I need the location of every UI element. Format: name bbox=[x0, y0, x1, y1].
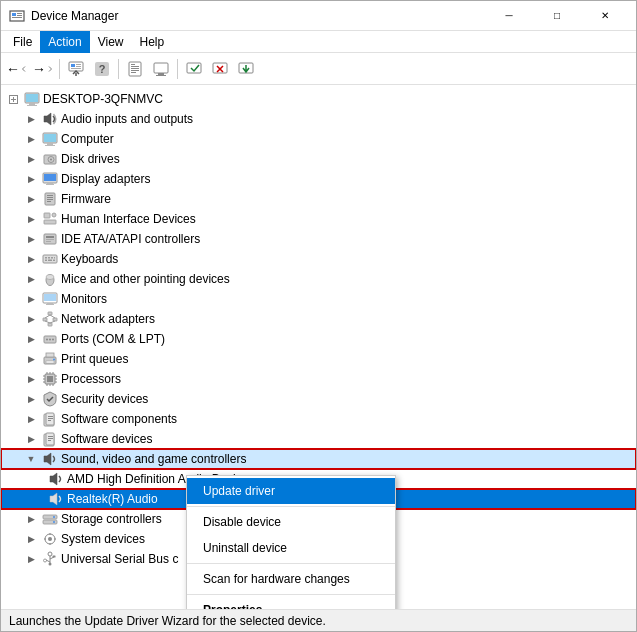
menu-file[interactable]: File bbox=[5, 31, 40, 53]
tree-item-mice[interactable]: ▶ Mice and other pointing devices bbox=[1, 269, 636, 289]
expand-disk[interactable]: ▶ bbox=[23, 151, 39, 167]
tree-root[interactable]: DESKTOP-3QFNMVC bbox=[1, 89, 636, 109]
main-content: DESKTOP-3QFNMVC ▶ Audio inputs and outpu… bbox=[1, 85, 636, 609]
up-button[interactable] bbox=[64, 57, 88, 81]
print-icon bbox=[42, 351, 58, 367]
ctx-disable-device[interactable]: Disable device bbox=[187, 509, 395, 535]
tree-item-audio[interactable]: ▶ Audio inputs and outputs bbox=[1, 109, 636, 129]
tree-item-firmware[interactable]: ▶ Firmware bbox=[1, 189, 636, 209]
monitors-icon bbox=[42, 291, 58, 307]
realtek-label: Realtek(R) Audio bbox=[67, 492, 158, 506]
svg-point-114 bbox=[53, 521, 55, 523]
security-label: Security devices bbox=[61, 392, 148, 406]
tree-item-keyboards[interactable]: ▶ Keyboards bbox=[1, 249, 636, 269]
ctx-properties[interactable]: Properties bbox=[187, 597, 395, 609]
prop-button[interactable] bbox=[123, 57, 147, 81]
expand-hid[interactable]: ▶ bbox=[23, 211, 39, 227]
svg-rect-70 bbox=[53, 318, 57, 321]
display-label: Display adapters bbox=[61, 172, 150, 186]
tree-item-print[interactable]: ▶ Print queues bbox=[1, 349, 636, 369]
menu-action[interactable]: Action bbox=[40, 31, 89, 53]
expand-security[interactable]: ▶ bbox=[23, 391, 39, 407]
context-menu: Update driver Disable device Uninstall d… bbox=[186, 475, 396, 609]
network-label: Network adapters bbox=[61, 312, 155, 326]
keyboards-label: Keyboards bbox=[61, 252, 118, 266]
menu-help[interactable]: Help bbox=[132, 31, 173, 53]
expand-root[interactable] bbox=[5, 91, 21, 107]
ctx-scan-changes[interactable]: Scan for hardware changes bbox=[187, 566, 395, 592]
svg-rect-20 bbox=[156, 75, 166, 76]
tree-item-monitors[interactable]: ▶ Monitors bbox=[1, 289, 636, 309]
menu-bar: File Action View Help bbox=[1, 31, 636, 53]
tree-item-softdev[interactable]: ▶ Software devices bbox=[1, 429, 636, 449]
disk-icon bbox=[42, 151, 58, 167]
download-button[interactable] bbox=[234, 57, 258, 81]
close-button[interactable]: ✕ bbox=[582, 1, 628, 31]
device-manager-window: Device Manager ─ □ ✕ File Action View He… bbox=[0, 0, 637, 632]
tree-item-proc[interactable]: ▶ bbox=[1, 369, 636, 389]
tree-item-disk[interactable]: ▶ Disk drives bbox=[1, 149, 636, 169]
expand-proc[interactable]: ▶ bbox=[23, 371, 39, 387]
svg-rect-102 bbox=[48, 420, 51, 421]
expand-storage[interactable]: ▶ bbox=[23, 511, 39, 527]
ctx-update-driver[interactable]: Update driver bbox=[187, 478, 395, 504]
tree-item-security[interactable]: ▶ Security devices bbox=[1, 389, 636, 409]
help-button[interactable]: ? bbox=[90, 57, 114, 81]
expand-print[interactable]: ▶ bbox=[23, 351, 39, 367]
display-button[interactable] bbox=[149, 57, 173, 81]
ctx-sep-2 bbox=[187, 563, 395, 564]
menu-view[interactable]: View bbox=[90, 31, 132, 53]
svg-marker-29 bbox=[44, 113, 51, 125]
display-icon bbox=[42, 171, 58, 187]
svg-rect-48 bbox=[52, 213, 56, 217]
expand-firmware[interactable]: ▶ bbox=[23, 191, 39, 207]
tree-item-network[interactable]: ▶ Network adapters bbox=[1, 309, 636, 329]
svg-point-113 bbox=[53, 516, 55, 518]
svg-line-73 bbox=[50, 315, 55, 318]
toolbar-sep-3 bbox=[177, 59, 178, 79]
tree-item-sound[interactable]: ▼ Sound, video and game controllers bbox=[1, 449, 636, 469]
tree-item-ide[interactable]: ▶ IDE ATA/ATAPI controllers bbox=[1, 229, 636, 249]
svg-rect-28 bbox=[27, 105, 37, 106]
expand-amd[interactable] bbox=[41, 471, 45, 487]
expand-audio[interactable]: ▶ bbox=[23, 111, 39, 127]
expand-softdev[interactable]: ▶ bbox=[23, 431, 39, 447]
expand-sysdev[interactable]: ▶ bbox=[23, 531, 39, 547]
sound-label: Sound, video and game controllers bbox=[61, 452, 246, 466]
minimize-button[interactable]: ─ bbox=[486, 1, 532, 31]
expand-computer[interactable]: ▶ bbox=[23, 131, 39, 147]
back-button[interactable] bbox=[5, 57, 29, 81]
expand-mice[interactable]: ▶ bbox=[23, 271, 39, 287]
status-bar: Launches the Update Driver Wizard for th… bbox=[1, 609, 636, 631]
ide-icon bbox=[42, 231, 58, 247]
svg-rect-71 bbox=[48, 323, 52, 326]
tree-item-computer[interactable]: ▶ Computer bbox=[1, 129, 636, 149]
ctx-sep-3 bbox=[187, 594, 395, 595]
tree-item-softcomp[interactable]: ▶ Software components bbox=[1, 409, 636, 429]
expand-sound[interactable]: ▼ bbox=[23, 451, 39, 467]
expand-display[interactable]: ▶ bbox=[23, 171, 39, 187]
expand-realtek[interactable] bbox=[41, 491, 45, 507]
scan-button[interactable] bbox=[182, 57, 206, 81]
forward-button[interactable] bbox=[31, 57, 55, 81]
svg-rect-56 bbox=[51, 257, 53, 259]
expand-keyboards[interactable]: ▶ bbox=[23, 251, 39, 267]
expand-monitors[interactable]: ▶ bbox=[23, 291, 39, 307]
maximize-button[interactable]: □ bbox=[534, 1, 580, 31]
tree-item-hid[interactable]: ▶ Human Interface Devices bbox=[1, 209, 636, 229]
expand-softcomp[interactable]: ▶ bbox=[23, 411, 39, 427]
expand-ports[interactable]: ▶ bbox=[23, 331, 39, 347]
tree-item-ports[interactable]: ▶ Ports (COM & LPT) bbox=[1, 329, 636, 349]
svg-rect-50 bbox=[46, 236, 54, 238]
ctx-uninstall-device[interactable]: Uninstall device bbox=[187, 535, 395, 561]
expand-usb[interactable]: ▶ bbox=[23, 551, 39, 567]
svg-rect-43 bbox=[47, 197, 53, 198]
svg-rect-16 bbox=[131, 70, 139, 71]
disk-label: Disk drives bbox=[61, 152, 120, 166]
expand-network[interactable]: ▶ bbox=[23, 311, 39, 327]
audio-icon bbox=[42, 111, 58, 127]
expand-ide[interactable]: ▶ bbox=[23, 231, 39, 247]
tree-item-display[interactable]: ▶ Display adapters bbox=[1, 169, 636, 189]
remove-button[interactable] bbox=[208, 57, 232, 81]
svg-rect-66 bbox=[47, 303, 53, 304]
